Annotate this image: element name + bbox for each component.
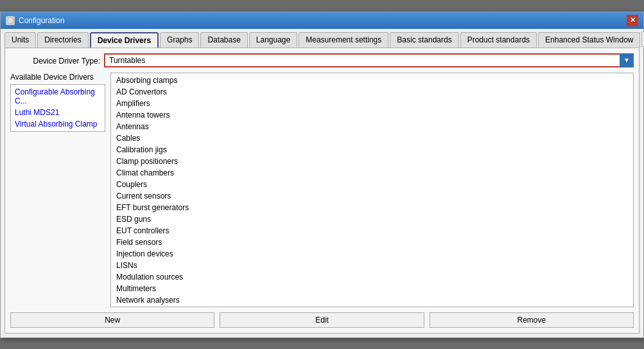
- list-item[interactable]: Luthi MDS21: [12, 107, 103, 118]
- bottom-buttons-row: New Edit Remove: [10, 312, 634, 328]
- tab-database[interactable]: Database: [200, 32, 247, 48]
- main-panel: Device Driver Type: Turntables ▼ Availab…: [1, 48, 643, 337]
- list-item[interactable]: Amplifiers: [112, 98, 632, 109]
- list-item[interactable]: ESD guns: [112, 213, 632, 225]
- window-title: Configuration: [19, 16, 64, 25]
- edit-button[interactable]: Edit: [220, 312, 424, 328]
- list-item[interactable]: Virtual Absorbing Clamp: [12, 118, 103, 130]
- list-item[interactable]: Field sensors: [112, 237, 632, 248]
- title-bar: ⚙ Configuration ✕: [1, 12, 643, 29]
- list-item[interactable]: Oscilloscopes: [112, 306, 632, 307]
- tab-device-drivers[interactable]: Device Drivers: [90, 32, 159, 48]
- close-area: Close: [641, 31, 644, 48]
- dropdown-arrow-icon[interactable]: ▼: [620, 53, 634, 67]
- tabs-and-close-row: Units Directories Device Drivers Graphs …: [1, 29, 643, 48]
- list-item[interactable]: Couplers: [112, 179, 632, 190]
- tab-language[interactable]: Language: [249, 32, 297, 48]
- list-item[interactable]: AD Convertors: [112, 86, 632, 98]
- configuration-window: ⚙ Configuration ✕ Units Directories Devi…: [0, 12, 644, 338]
- lists-row: Available Device Drivers Configurable Ab…: [10, 73, 634, 307]
- driver-type-row: Device Driver Type: Turntables ▼: [10, 53, 634, 67]
- list-item[interactable]: Clamp positioners: [112, 156, 632, 167]
- inner-panel: Device Driver Type: Turntables ▼ Availab…: [4, 48, 640, 334]
- tab-graphs[interactable]: Graphs: [160, 32, 199, 48]
- list-item[interactable]: LISNs: [112, 260, 632, 271]
- list-item[interactable]: Calibration jigs: [112, 144, 632, 156]
- list-item[interactable]: Injection devices: [112, 248, 632, 260]
- list-item[interactable]: EFT burst generators: [112, 202, 632, 213]
- list-item[interactable]: Network analysers: [112, 294, 632, 306]
- tab-directories[interactable]: Directories: [37, 32, 88, 48]
- list-item[interactable]: Current sensors: [112, 190, 632, 202]
- title-bar-left: ⚙ Configuration: [6, 16, 64, 25]
- remove-button[interactable]: Remove: [430, 312, 634, 328]
- list-item[interactable]: Configurable Absorbing C...: [12, 86, 103, 107]
- tab-product-standards[interactable]: Product standards: [460, 32, 537, 48]
- list-item[interactable]: Cables: [112, 132, 632, 144]
- list-item[interactable]: Antenna towers: [112, 109, 632, 121]
- left-section: Available Device Drivers Configurable Ab…: [10, 73, 105, 307]
- dropdown-value[interactable]: Turntables: [104, 53, 634, 67]
- device-types-list[interactable]: Absorbing clamps AD Convertors Amplifier…: [110, 73, 634, 307]
- title-bar-close-button[interactable]: ✕: [627, 15, 638, 26]
- list-item[interactable]: Climat chambers: [112, 167, 632, 179]
- close-button[interactable]: Close: [641, 31, 644, 47]
- list-item[interactable]: Modulation sources: [112, 271, 632, 283]
- list-item[interactable]: Absorbing clamps: [112, 75, 632, 86]
- tab-measurement-settings[interactable]: Measurement settings: [299, 32, 388, 48]
- tab-units[interactable]: Units: [4, 32, 36, 48]
- tabs-row: Units Directories Device Drivers Graphs …: [4, 32, 641, 48]
- tab-enhanced-status-window[interactable]: Enhanced Status Window: [538, 32, 640, 48]
- list-item[interactable]: Multimeters: [112, 283, 632, 294]
- list-item[interactable]: Antennas: [112, 121, 632, 132]
- device-driver-type-label: Device Driver Type:: [10, 55, 100, 66]
- available-drivers-label: Available Device Drivers: [10, 73, 105, 82]
- device-driver-type-dropdown[interactable]: Turntables ▼: [104, 53, 634, 67]
- new-button[interactable]: New: [10, 312, 214, 328]
- tab-basic-standards[interactable]: Basic standards: [390, 32, 458, 48]
- list-item[interactable]: EUT controllers: [112, 225, 632, 237]
- window-icon: ⚙: [6, 16, 15, 25]
- available-drivers-list[interactable]: Configurable Absorbing C... Luthi MDS21 …: [10, 84, 105, 132]
